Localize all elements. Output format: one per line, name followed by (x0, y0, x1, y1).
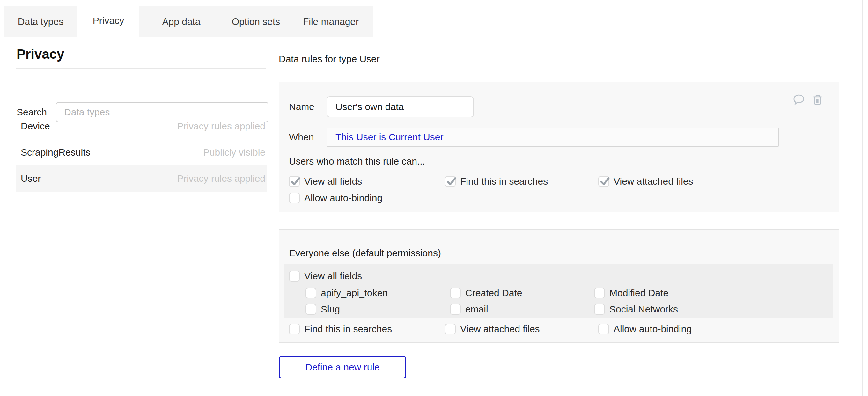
rule-name-input[interactable] (327, 96, 474, 117)
field-label: Created Date (465, 287, 522, 299)
everyone-else-title: Everyone else (default permissions) (289, 248, 441, 258)
list-item-scrapingresults[interactable]: ScrapingResults Publicly visible (16, 139, 267, 165)
perm-label: Allow auto-binding (614, 324, 692, 334)
privacy-settings-page: Data types Privacy App data Option sets … (0, 0, 868, 396)
perm-label: View attached files (614, 176, 693, 187)
main-divider (279, 68, 851, 68)
tab-data-types[interactable]: Data types (4, 6, 78, 37)
checkbox[interactable] (289, 176, 300, 187)
field-social-networks[interactable]: Social Networks (594, 304, 678, 315)
type-status: Privacy rules applied (177, 173, 265, 184)
trash-icon[interactable] (811, 93, 824, 106)
perm-label: Find this in searches (460, 176, 548, 187)
checkbox[interactable] (306, 304, 316, 315)
checkbox[interactable] (450, 287, 461, 299)
tab-label: Option sets (232, 16, 280, 27)
name-label: Name (289, 101, 327, 112)
checkbox[interactable] (598, 176, 609, 187)
check-icon (599, 175, 611, 187)
perm-find-in-searches[interactable]: Find this in searches (445, 176, 598, 187)
perm-view-all-fields[interactable]: View all fields (289, 176, 445, 187)
page-title: Privacy (17, 47, 64, 62)
list-item-user[interactable]: User Privacy rules applied (16, 165, 267, 192)
field-checkbox-grid: apify_api_token Created Date Modified Da… (306, 287, 678, 315)
type-status: Publicly visible (203, 147, 265, 158)
privacy-rule-card: Name When This User is Current User User… (279, 82, 839, 212)
field-created-date[interactable]: Created Date (450, 287, 594, 299)
perm-label: Find this in searches (304, 324, 392, 334)
tab-label: Data types (18, 16, 63, 27)
tab-file-manager[interactable]: File manager (288, 6, 373, 37)
everyone-else-card: Everyone else (default permissions) View… (279, 229, 839, 343)
checkbox[interactable] (445, 176, 456, 187)
type-name: Device (21, 121, 50, 132)
check-icon (290, 175, 301, 187)
type-status: Privacy rules applied (177, 121, 265, 132)
field-label: Modified Date (609, 287, 669, 299)
type-name: User (21, 173, 41, 184)
field-label: apify_api_token (321, 287, 388, 299)
tab-app-data[interactable]: App data (140, 6, 223, 37)
panel-right-border (862, 0, 863, 396)
when-condition-text[interactable]: This User is Current User (336, 132, 443, 143)
field-modified-date[interactable]: Modified Date (594, 287, 678, 299)
perm-label: View all fields (304, 271, 362, 281)
tab-option-sets[interactable]: Option sets (223, 6, 288, 37)
define-new-rule-button[interactable]: Define a new rule (279, 356, 406, 378)
checkbox[interactable] (594, 304, 605, 315)
field-slug[interactable]: Slug (306, 304, 450, 315)
rule-name-row: Name (289, 96, 474, 117)
checkbox[interactable] (289, 271, 300, 281)
perm-label: View all fields (304, 176, 362, 187)
perm-find-in-searches-default[interactable]: Find this in searches (289, 324, 445, 334)
checkbox[interactable] (445, 324, 456, 334)
checkbox[interactable] (594, 287, 605, 299)
field-apify-api-token[interactable]: apify_api_token (306, 287, 450, 299)
field-label: Social Networks (609, 304, 678, 315)
tab-label: App data (162, 16, 200, 27)
comment-icon[interactable] (792, 93, 806, 106)
field-label: email (465, 304, 488, 315)
when-condition-box[interactable]: This User is Current User (327, 127, 779, 147)
when-label: When (289, 132, 327, 143)
type-name: ScrapingResults (21, 147, 90, 158)
rule-can-intro: Users who match this rule can... (289, 156, 425, 167)
default-permissions-row: Find this in searches View attached file… (289, 324, 692, 334)
check-icon (446, 175, 457, 187)
checkbox[interactable] (450, 304, 461, 315)
perm-view-all-fields-default[interactable]: View all fields (289, 271, 362, 281)
field-email[interactable]: email (450, 304, 594, 315)
tab-privacy[interactable]: Privacy (78, 3, 140, 38)
perm-label: Allow auto-binding (304, 192, 382, 204)
checkbox[interactable] (598, 324, 609, 334)
checkbox[interactable] (289, 192, 300, 204)
tab-label: Privacy (93, 15, 124, 26)
checkbox[interactable] (289, 324, 300, 334)
perm-allow-auto-binding-default[interactable]: Allow auto-binding (598, 324, 692, 334)
list-item-device[interactable]: Device Privacy rules applied (16, 113, 267, 139)
rule-permissions: View all fields Find this in searches Vi… (289, 176, 693, 204)
data-tabbar: Data types Privacy App data Option sets … (4, 6, 373, 37)
rule-when-row: When This User is Current User (289, 127, 779, 147)
perm-label: View attached files (460, 324, 540, 334)
fields-permission-band: View all fields apify_api_token Created … (284, 264, 833, 318)
sidebar-divider (16, 68, 266, 68)
perm-view-attached-files[interactable]: View attached files (598, 176, 693, 187)
tab-label: File manager (303, 16, 359, 27)
perm-allow-auto-binding[interactable]: Allow auto-binding (289, 192, 445, 204)
field-label: Slug (321, 304, 340, 315)
checkbox[interactable] (306, 287, 316, 299)
data-rules-heading: Data rules for type User (279, 54, 380, 64)
rule-card-actions (792, 93, 824, 106)
perm-view-attached-files-default[interactable]: View attached files (445, 324, 598, 334)
data-type-list: Device Privacy rules applied ScrapingRes… (16, 113, 267, 192)
